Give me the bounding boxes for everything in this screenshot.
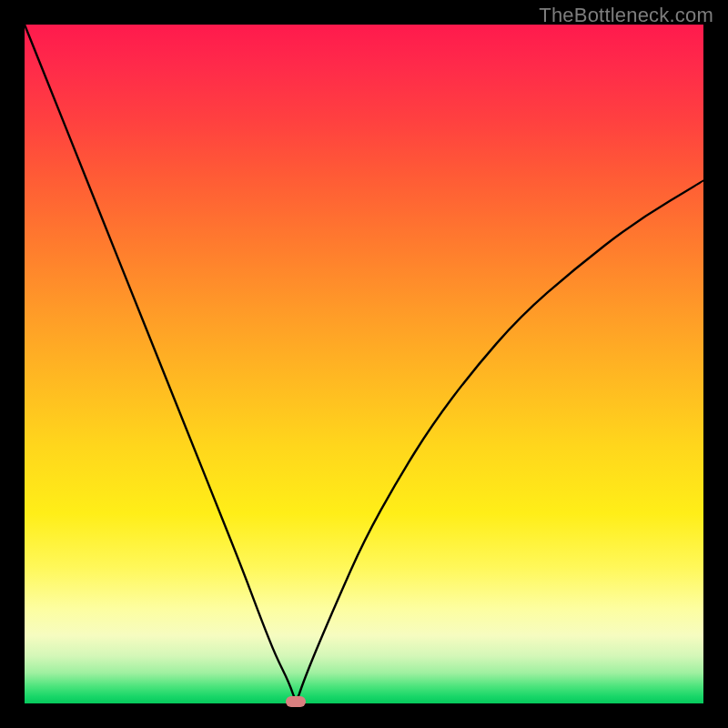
bottleneck-curve <box>25 25 703 703</box>
plot-area <box>25 25 703 703</box>
chart-frame: TheBottleneck.com <box>0 0 728 728</box>
watermark-text: TheBottleneck.com <box>539 4 713 27</box>
optimum-marker <box>286 696 306 707</box>
